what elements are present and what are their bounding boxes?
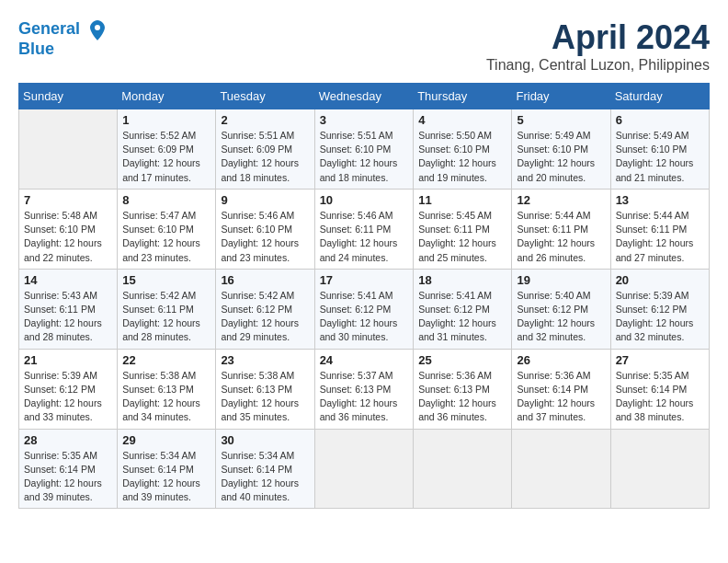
day-info: Sunrise: 5:36 AMSunset: 6:13 PMDaylight:… xyxy=(418,369,506,425)
day-number: 23 xyxy=(221,353,309,367)
day-cell: 15Sunrise: 5:42 AMSunset: 6:11 PMDayligh… xyxy=(118,269,216,349)
day-number: 21 xyxy=(24,353,112,367)
day-cell xyxy=(610,429,709,509)
day-info: Sunrise: 5:38 AMSunset: 6:13 PMDaylight:… xyxy=(122,369,210,425)
day-number: 3 xyxy=(320,113,409,127)
weekday-header-tuesday: Tuesday xyxy=(216,84,314,109)
day-number: 5 xyxy=(517,113,605,127)
day-cell: 1Sunrise: 5:52 AMSunset: 6:09 PMDaylight… xyxy=(118,109,216,190)
day-number: 13 xyxy=(616,193,704,207)
weekday-header-monday: Monday xyxy=(118,84,216,109)
day-number: 1 xyxy=(122,113,210,127)
day-number: 24 xyxy=(320,353,409,367)
day-cell: 8Sunrise: 5:47 AMSunset: 6:10 PMDaylight… xyxy=(118,189,216,269)
calendar-table: SundayMondayTuesdayWednesdayThursdayFrid… xyxy=(18,83,710,509)
weekday-header-thursday: Thursday xyxy=(414,84,512,109)
day-info: Sunrise: 5:48 AMSunset: 6:10 PMDaylight:… xyxy=(24,209,112,265)
day-number: 9 xyxy=(221,193,309,207)
day-info: Sunrise: 5:49 AMSunset: 6:10 PMDaylight:… xyxy=(616,129,704,185)
day-info: Sunrise: 5:44 AMSunset: 6:11 PMDaylight:… xyxy=(517,209,605,265)
day-cell xyxy=(512,429,610,509)
day-cell: 3Sunrise: 5:51 AMSunset: 6:10 PMDaylight… xyxy=(314,109,414,190)
day-info: Sunrise: 5:46 AMSunset: 6:10 PMDaylight:… xyxy=(221,209,309,265)
day-cell: 19Sunrise: 5:40 AMSunset: 6:12 PMDayligh… xyxy=(512,269,610,349)
day-info: Sunrise: 5:36 AMSunset: 6:14 PMDaylight:… xyxy=(517,369,605,425)
week-row-1: 1Sunrise: 5:52 AMSunset: 6:09 PMDaylight… xyxy=(19,109,710,190)
month-title: April 2024 xyxy=(486,18,710,57)
weekday-header-friday: Friday xyxy=(512,84,610,109)
day-cell: 22Sunrise: 5:38 AMSunset: 6:13 PMDayligh… xyxy=(118,349,216,429)
day-number: 16 xyxy=(221,273,309,287)
day-number: 28 xyxy=(24,433,112,447)
day-cell: 11Sunrise: 5:45 AMSunset: 6:11 PMDayligh… xyxy=(414,189,512,269)
day-number: 18 xyxy=(418,273,506,287)
day-info: Sunrise: 5:43 AMSunset: 6:11 PMDaylight:… xyxy=(24,289,112,345)
day-info: Sunrise: 5:45 AMSunset: 6:11 PMDaylight:… xyxy=(418,209,506,265)
day-number: 19 xyxy=(517,273,605,287)
day-number: 6 xyxy=(616,113,704,127)
day-cell: 29Sunrise: 5:34 AMSunset: 6:14 PMDayligh… xyxy=(118,429,216,509)
weekday-header-sunday: Sunday xyxy=(19,84,118,109)
week-row-5: 28Sunrise: 5:35 AMSunset: 6:14 PMDayligh… xyxy=(19,429,710,509)
title-area: April 2024 Tinang, Central Luzon, Philip… xyxy=(486,18,710,74)
day-cell: 27Sunrise: 5:35 AMSunset: 6:14 PMDayligh… xyxy=(610,349,709,429)
day-info: Sunrise: 5:44 AMSunset: 6:11 PMDaylight:… xyxy=(616,209,704,265)
day-number: 12 xyxy=(517,193,605,207)
day-info: Sunrise: 5:42 AMSunset: 6:12 PMDaylight:… xyxy=(221,289,309,345)
day-number: 22 xyxy=(122,353,210,367)
day-cell: 4Sunrise: 5:50 AMSunset: 6:10 PMDaylight… xyxy=(414,109,512,190)
day-cell: 30Sunrise: 5:34 AMSunset: 6:14 PMDayligh… xyxy=(216,429,314,509)
day-cell: 20Sunrise: 5:39 AMSunset: 6:12 PMDayligh… xyxy=(610,269,709,349)
day-cell: 16Sunrise: 5:42 AMSunset: 6:12 PMDayligh… xyxy=(216,269,314,349)
day-number: 8 xyxy=(122,193,210,207)
day-number: 29 xyxy=(122,433,210,447)
day-cell: 7Sunrise: 5:48 AMSunset: 6:10 PMDaylight… xyxy=(19,189,118,269)
day-number: 15 xyxy=(122,273,210,287)
day-cell: 12Sunrise: 5:44 AMSunset: 6:11 PMDayligh… xyxy=(512,189,610,269)
day-cell xyxy=(414,429,512,509)
weekday-header-row: SundayMondayTuesdayWednesdayThursdayFrid… xyxy=(19,84,710,109)
day-cell: 2Sunrise: 5:51 AMSunset: 6:09 PMDaylight… xyxy=(216,109,314,190)
logo-text-blue: Blue xyxy=(18,40,108,59)
day-cell: 14Sunrise: 5:43 AMSunset: 6:11 PMDayligh… xyxy=(19,269,118,349)
day-number: 2 xyxy=(221,113,309,127)
day-cell: 18Sunrise: 5:41 AMSunset: 6:12 PMDayligh… xyxy=(414,269,512,349)
day-cell xyxy=(19,109,118,190)
week-row-4: 21Sunrise: 5:39 AMSunset: 6:12 PMDayligh… xyxy=(19,349,710,429)
day-cell: 25Sunrise: 5:36 AMSunset: 6:13 PMDayligh… xyxy=(414,349,512,429)
day-cell: 23Sunrise: 5:38 AMSunset: 6:13 PMDayligh… xyxy=(216,349,314,429)
day-cell: 10Sunrise: 5:46 AMSunset: 6:11 PMDayligh… xyxy=(314,189,414,269)
day-cell xyxy=(314,429,414,509)
day-info: Sunrise: 5:51 AMSunset: 6:09 PMDaylight:… xyxy=(221,129,309,185)
day-number: 17 xyxy=(320,273,409,287)
day-info: Sunrise: 5:35 AMSunset: 6:14 PMDaylight:… xyxy=(24,449,112,505)
day-number: 7 xyxy=(24,193,112,207)
day-info: Sunrise: 5:41 AMSunset: 6:12 PMDaylight:… xyxy=(418,289,506,345)
weekday-header-wednesday: Wednesday xyxy=(314,84,414,109)
day-cell: 9Sunrise: 5:46 AMSunset: 6:10 PMDaylight… xyxy=(216,189,314,269)
day-cell: 5Sunrise: 5:49 AMSunset: 6:10 PMDaylight… xyxy=(512,109,610,190)
day-cell: 24Sunrise: 5:37 AMSunset: 6:13 PMDayligh… xyxy=(314,349,414,429)
day-number: 14 xyxy=(24,273,112,287)
day-number: 20 xyxy=(616,273,704,287)
page-header: General Blue April 2024 Tinang, Central … xyxy=(18,18,710,74)
day-number: 11 xyxy=(418,193,506,207)
day-info: Sunrise: 5:34 AMSunset: 6:14 PMDaylight:… xyxy=(221,449,309,505)
day-cell: 26Sunrise: 5:36 AMSunset: 6:14 PMDayligh… xyxy=(512,349,610,429)
day-info: Sunrise: 5:35 AMSunset: 6:14 PMDaylight:… xyxy=(616,369,704,425)
weekday-header-saturday: Saturday xyxy=(610,84,709,109)
day-number: 26 xyxy=(517,353,605,367)
day-info: Sunrise: 5:47 AMSunset: 6:10 PMDaylight:… xyxy=(122,209,210,265)
week-row-2: 7Sunrise: 5:48 AMSunset: 6:10 PMDaylight… xyxy=(19,189,710,269)
location-subtitle: Tinang, Central Luzon, Philippines xyxy=(486,57,710,74)
day-cell: 13Sunrise: 5:44 AMSunset: 6:11 PMDayligh… xyxy=(610,189,709,269)
day-info: Sunrise: 5:37 AMSunset: 6:13 PMDaylight:… xyxy=(320,369,409,425)
logo: General Blue xyxy=(18,18,108,59)
logo-text: General xyxy=(18,18,108,40)
day-cell: 6Sunrise: 5:49 AMSunset: 6:10 PMDaylight… xyxy=(610,109,709,190)
day-info: Sunrise: 5:34 AMSunset: 6:14 PMDaylight:… xyxy=(122,449,210,505)
day-info: Sunrise: 5:38 AMSunset: 6:13 PMDaylight:… xyxy=(221,369,309,425)
day-number: 4 xyxy=(418,113,506,127)
day-info: Sunrise: 5:42 AMSunset: 6:11 PMDaylight:… xyxy=(122,289,210,345)
day-cell: 17Sunrise: 5:41 AMSunset: 6:12 PMDayligh… xyxy=(314,269,414,349)
